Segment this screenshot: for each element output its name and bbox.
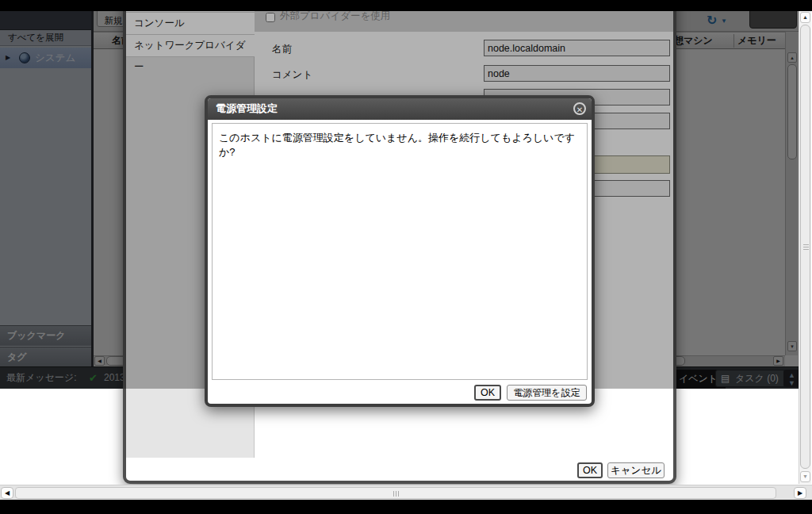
host-dialog-ok-button[interactable]: OK (577, 462, 603, 478)
letterbox-top (0, 0, 812, 11)
configure-power-management-button[interactable]: 電源管理を設定 (507, 385, 587, 401)
letterbox-bottom (0, 500, 812, 514)
thumb-grip (803, 244, 809, 245)
confirmation-message: このホストに電源管理設定をしていません。操作を続行してもよろしいですか? (219, 131, 576, 159)
thumb-grip (803, 247, 809, 247)
screen: すべてを展開 ▶ システム ブックマーク タグ 新規 ↻ ▼ 名前 仮想マシン (0, 0, 812, 514)
power-management-dialog-title: 電源管理設定 (208, 98, 592, 120)
scroll-down-icon[interactable]: ▼ (800, 471, 810, 482)
thumb-grip (803, 249, 809, 250)
power-management-dialog: 電源管理設定 ✕ このホストに電源管理設定をしていません。操作を続行してもよろし… (205, 95, 595, 407)
page-hscroll-thumb[interactable] (15, 487, 776, 499)
modal-ok-button[interactable]: OK (474, 385, 501, 401)
page-vscroll-thumb[interactable] (800, 25, 810, 469)
scroll-right-icon[interactable]: ▶ (794, 487, 806, 499)
close-icon[interactable]: ✕ (573, 102, 586, 115)
thumb-grip (396, 491, 396, 497)
host-dialog-cancel-button[interactable]: キャンセル (607, 462, 665, 478)
scroll-up-icon[interactable]: ▲ (800, 12, 810, 23)
power-management-dialog-body: このホストに電源管理設定をしていません。操作を続行してもよろしいですか? (212, 123, 588, 380)
page-horizontal-scrollbar[interactable]: ◀ ▶ (0, 485, 812, 500)
page-vertical-scrollbar[interactable]: ▲ ▼ (799, 11, 811, 484)
scroll-left-icon[interactable]: ◀ (1, 487, 13, 499)
thumb-grip (398, 491, 399, 497)
thumb-grip (393, 491, 394, 497)
